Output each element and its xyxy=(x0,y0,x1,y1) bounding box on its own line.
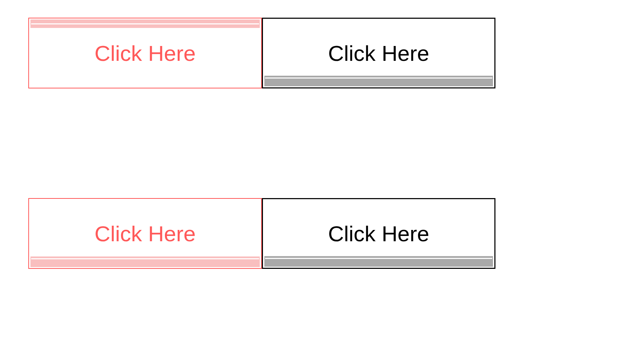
click-here-button-red-bottom[interactable]: Click Here xyxy=(28,198,262,269)
accent-bar xyxy=(264,76,493,86)
accent-bar xyxy=(30,256,260,267)
button-label: Click Here xyxy=(328,41,429,66)
button-label: Click Here xyxy=(94,41,196,66)
accent-bar xyxy=(264,256,493,267)
button-row-1: Click Here Click Here xyxy=(28,18,609,88)
button-label: Click Here xyxy=(328,221,429,246)
button-row-2: Click Here Click Here xyxy=(28,198,609,269)
accent-bar xyxy=(30,19,260,28)
button-label: Click Here xyxy=(94,221,196,246)
click-here-button-black[interactable]: Click Here xyxy=(262,198,495,269)
click-here-button-black[interactable]: Click Here xyxy=(262,18,495,88)
click-here-button-red-top[interactable]: Click Here xyxy=(28,18,262,88)
